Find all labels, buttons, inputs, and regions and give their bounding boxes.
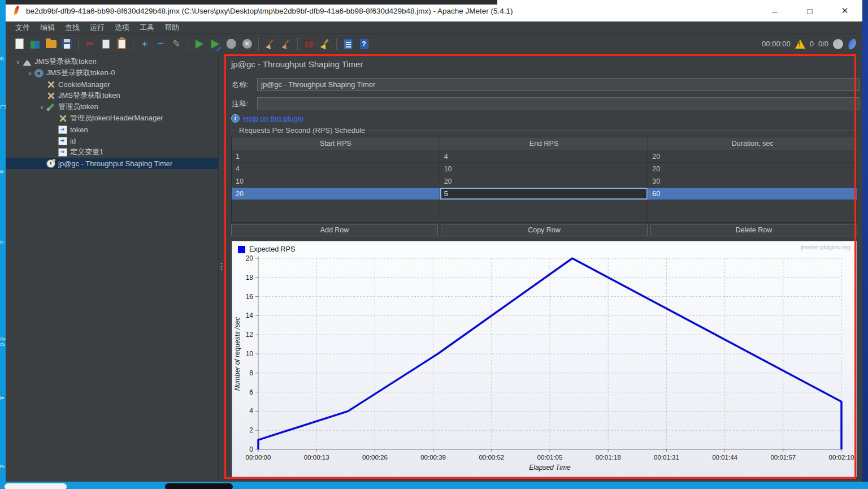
- expected-rps-chart: Expected RPS jmeter-plugins.org 02468101…: [232, 241, 857, 477]
- table-empty-area[interactable]: [232, 200, 857, 222]
- shutdown-icon[interactable]: ✕: [240, 37, 254, 51]
- tree-item-id[interactable]: id: [6, 135, 218, 146]
- y-tick-label: 12: [246, 331, 254, 339]
- copy-icon[interactable]: [98, 37, 113, 51]
- table-buttons: Add Row Copy Row Delete Row: [231, 224, 857, 236]
- config-element-icon: [46, 92, 55, 100]
- remove-icon[interactable]: −: [153, 37, 168, 51]
- table-row-selected[interactable]: 20 5 60: [232, 187, 857, 200]
- tree-splitter[interactable]: ▪▪▪: [218, 54, 224, 482]
- new-file-icon[interactable]: [12, 37, 27, 51]
- cut-icon[interactable]: ✂: [83, 37, 97, 51]
- menu-options[interactable]: 选项: [110, 21, 134, 34]
- tree-item-header-manager[interactable]: 管理员tokenHeaderManager: [6, 112, 218, 124]
- table-cell[interactable]: 10: [232, 175, 440, 187]
- warning-icon[interactable]: [795, 40, 805, 49]
- column-header-duration[interactable]: Duration, sec: [648, 137, 857, 150]
- save-icon[interactable]: [59, 37, 74, 51]
- minimize-button[interactable]: –: [757, 0, 792, 21]
- copy-row-button[interactable]: Copy Row: [441, 224, 648, 236]
- y-tick-label: 0: [249, 445, 253, 453]
- start-icon[interactable]: [192, 37, 207, 51]
- tree-item-cookie-manager[interactable]: CookieManager: [6, 79, 218, 90]
- content-area: ∨ JMS登录获取token ∨ JMS登录获取token-0 CookieMa…: [6, 54, 862, 482]
- table-cell[interactable]: 20: [648, 162, 857, 175]
- chevron-down-icon[interactable]: ∨: [14, 59, 23, 65]
- add-row-button[interactable]: Add Row: [231, 224, 438, 236]
- table-cell[interactable]: 20: [232, 187, 440, 200]
- tree-item-token[interactable]: token: [6, 124, 218, 135]
- help-plugin-link[interactable]: Help on this plugin: [243, 114, 303, 123]
- comment-input[interactable]: [257, 97, 860, 110]
- search-icon[interactable]: [302, 37, 316, 51]
- clear-icon[interactable]: [263, 37, 277, 51]
- desktop-left-strip: 向 厂文 白 rh Go Ch jm Fir: [0, 0, 6, 489]
- clear-all-icon[interactable]: [279, 37, 293, 51]
- templates-icon[interactable]: [28, 37, 42, 51]
- table-cell[interactable]: 20: [440, 175, 649, 187]
- y-tick-label: 4: [249, 407, 253, 415]
- taskbar-item[interactable]: [5, 483, 67, 489]
- cell-edit-input[interactable]: 5: [440, 188, 648, 200]
- menu-file[interactable]: 文件: [10, 21, 35, 34]
- table-cell[interactable]: 4: [232, 162, 440, 175]
- x-tick-label: 00:01:05: [537, 454, 563, 461]
- table-row[interactable]: 10 20 30: [232, 175, 857, 187]
- start-no-timers-icon[interactable]: [208, 37, 223, 51]
- taskbar-strip: [0, 482, 868, 489]
- toolbar-status: 00:00:00 0 0/0: [762, 39, 857, 49]
- menu-run[interactable]: 运行: [85, 21, 110, 34]
- chevron-down-icon[interactable]: ∨: [25, 70, 34, 76]
- menu-search[interactable]: 查找: [60, 21, 85, 34]
- tree-item-test-plan[interactable]: ∨ JMS登录获取token: [6, 56, 218, 67]
- table-cell[interactable]: 4: [440, 150, 649, 162]
- taskbar-item[interactable]: [165, 483, 233, 489]
- x-tick-label: 00:00:39: [420, 454, 446, 461]
- tree-item-admin-token[interactable]: ∨ 管理员token: [6, 101, 218, 112]
- table-cell[interactable]: 1: [232, 150, 440, 162]
- table-row[interactable]: 4 10 20: [232, 162, 857, 175]
- function-helper-icon[interactable]: [341, 37, 355, 51]
- remote-start-icon[interactable]: [833, 39, 843, 49]
- table-cell-editing[interactable]: 5: [440, 187, 649, 200]
- chevron-down-icon[interactable]: ∨: [37, 104, 46, 110]
- delete-row-button[interactable]: Delete Row: [650, 224, 857, 236]
- stop-icon[interactable]: [224, 37, 238, 51]
- table-cell[interactable]: 20: [648, 150, 857, 162]
- menu-edit[interactable]: 编辑: [35, 21, 60, 34]
- y-tick-label: 14: [246, 311, 254, 319]
- maximize-button[interactable]: □: [792, 0, 827, 21]
- menu-tools[interactable]: 工具: [134, 21, 159, 34]
- x-tick-label: 00:01:31: [654, 454, 679, 461]
- desktop-icon-fragment: Ch: [0, 343, 6, 347]
- toggle-icon[interactable]: ✎: [169, 37, 184, 51]
- menu-bar: 文件 编辑 查找 运行 选项 工具 帮助: [6, 21, 862, 34]
- desktop-icon-fragment: rh: [0, 240, 6, 245]
- table-cell[interactable]: 10: [440, 162, 649, 175]
- add-icon[interactable]: +: [137, 37, 152, 51]
- open-file-icon[interactable]: [44, 37, 58, 51]
- table-cell[interactable]: 30: [648, 175, 857, 187]
- name-input[interactable]: [257, 78, 860, 91]
- tree-item-sampler[interactable]: JMS登录获取token: [6, 90, 218, 101]
- config-element-icon: [58, 114, 67, 123]
- column-header-start-rps[interactable]: Start RPS: [232, 137, 440, 150]
- splitter-handle[interactable]: ▪▪▪: [220, 262, 222, 271]
- tree-item-throughput-shaping-timer[interactable]: jp@gc - Throughput Shaping Timer: [6, 158, 218, 169]
- post-processor-icon: [58, 137, 67, 145]
- x-axis-title: Elapsed Time: [529, 464, 571, 471]
- close-button[interactable]: ✕: [827, 0, 862, 21]
- tree-item-thread-group[interactable]: ∨ JMS登录获取token-0: [6, 67, 218, 79]
- table-row[interactable]: 1 4 20: [232, 150, 857, 162]
- test-plan-tree: ∨ JMS登录获取token ∨ JMS登录获取token-0 CookieMa…: [6, 54, 218, 482]
- help-icon[interactable]: ?: [357, 37, 371, 51]
- y-tick-label: 18: [246, 274, 254, 282]
- paste-icon[interactable]: [114, 37, 129, 51]
- table-header-row: Start RPS End RPS Duration, sec: [232, 137, 857, 150]
- column-header-end-rps[interactable]: End RPS: [440, 137, 649, 150]
- table-cell[interactable]: 60: [648, 187, 857, 200]
- test-plan-icon: [23, 58, 32, 66]
- menu-help[interactable]: 帮助: [159, 21, 184, 34]
- tree-item-define-var[interactable]: 定义变量1: [6, 146, 218, 158]
- clear-search-icon[interactable]: [318, 37, 332, 51]
